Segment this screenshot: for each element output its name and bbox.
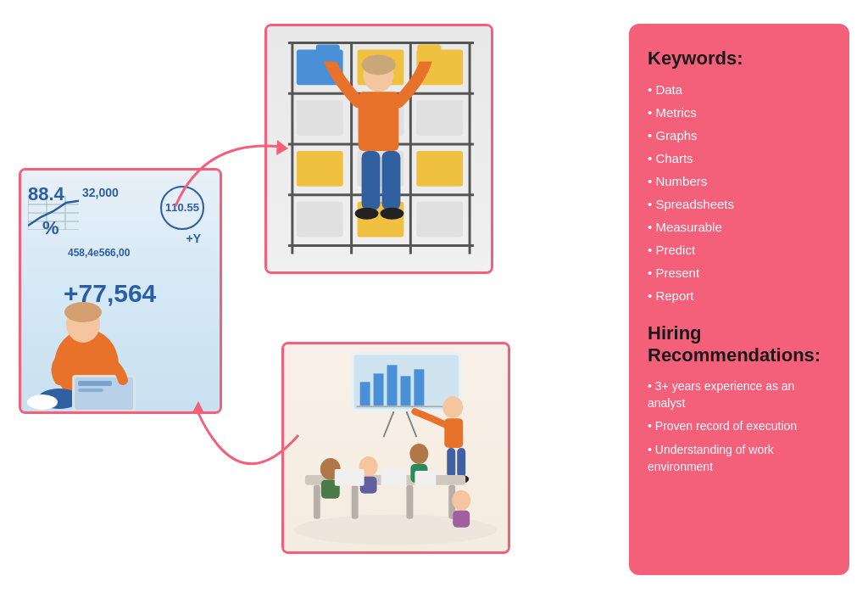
- hiring-title: Hiring Recommendations:: [648, 322, 831, 367]
- svg-rect-55: [414, 369, 424, 405]
- svg-line-57: [384, 411, 394, 437]
- percent-sign: %: [42, 217, 59, 239]
- svg-rect-80: [415, 471, 436, 486]
- middle-top-illustration-box: [264, 24, 493, 274]
- keyword-item: Graphs: [648, 124, 831, 147]
- board-person-icon: [267, 25, 491, 271]
- svg-rect-68: [352, 485, 359, 519]
- circle-number: 110.55: [160, 186, 204, 230]
- hiring-item: 3+ years experience as an analyst: [648, 375, 831, 415]
- svg-point-59: [442, 396, 463, 418]
- svg-rect-54: [400, 376, 410, 405]
- svg-rect-61: [447, 448, 455, 478]
- number-4: +Y: [186, 232, 201, 245]
- number-2: 32,000: [82, 186, 119, 199]
- svg-rect-77: [453, 511, 470, 528]
- svg-point-74: [409, 444, 428, 464]
- main-container: 88.4 32,000 110.55 % +Y 458,4e566,00 +77…: [19, 11, 849, 605]
- number-3: 110.55: [165, 201, 199, 214]
- svg-point-47: [380, 208, 403, 220]
- hiring-item: Understanding of work environment: [648, 439, 831, 478]
- person-laptop-icon: [25, 254, 161, 411]
- svg-rect-30: [297, 100, 343, 136]
- svg-rect-35: [416, 151, 463, 187]
- keyword-item: Report: [648, 284, 831, 307]
- svg-rect-66: [314, 485, 320, 519]
- svg-point-46: [355, 208, 379, 220]
- svg-rect-36: [297, 202, 343, 238]
- svg-rect-51: [360, 382, 370, 405]
- keyword-item: Data: [648, 78, 831, 101]
- svg-rect-52: [374, 373, 384, 405]
- svg-rect-79: [381, 469, 407, 486]
- meeting-icon: [284, 344, 508, 551]
- keyword-item: Measurable: [648, 215, 831, 238]
- svg-point-12: [27, 394, 58, 410]
- keyword-item: Predict: [648, 238, 831, 261]
- svg-rect-32: [416, 100, 463, 136]
- svg-rect-53: [387, 365, 398, 405]
- left-illustration-box: 88.4 32,000 110.55 % +Y 458,4e566,00 +77…: [19, 168, 222, 414]
- svg-rect-33: [297, 151, 343, 187]
- keyword-item: Metrics: [648, 101, 831, 124]
- svg-rect-17: [78, 389, 103, 392]
- svg-rect-42: [316, 44, 340, 61]
- svg-point-9: [64, 302, 102, 322]
- svg-rect-62: [457, 448, 465, 478]
- svg-rect-69: [406, 485, 413, 519]
- svg-point-76: [452, 490, 470, 511]
- svg-rect-16: [78, 381, 112, 386]
- middle-bottom-illustration-box: [281, 342, 510, 554]
- keyword-item: Charts: [648, 147, 831, 170]
- svg-rect-41: [359, 92, 399, 151]
- keywords-title: Keywords:: [648, 48, 831, 70]
- number-1: 88.4: [28, 183, 64, 205]
- svg-line-58: [406, 411, 416, 437]
- svg-rect-43: [417, 44, 441, 61]
- svg-rect-78: [335, 469, 364, 486]
- hiring-list: 3+ years experience as an analystProven …: [648, 375, 831, 478]
- hiring-item: Proven record of execution: [648, 415, 831, 439]
- right-panel: Keywords: DataMetricsGraphsChartsNumbers…: [629, 24, 849, 575]
- svg-rect-38: [416, 202, 463, 238]
- keywords-list: DataMetricsGraphsChartsNumbersSpreadshee…: [648, 78, 831, 307]
- keyword-item: Spreadsheets: [648, 193, 831, 215]
- keyword-item: Numbers: [648, 170, 831, 193]
- svg-point-40: [362, 54, 396, 75]
- keyword-item: Present: [648, 261, 831, 284]
- svg-rect-44: [362, 151, 381, 210]
- svg-rect-45: [381, 151, 400, 210]
